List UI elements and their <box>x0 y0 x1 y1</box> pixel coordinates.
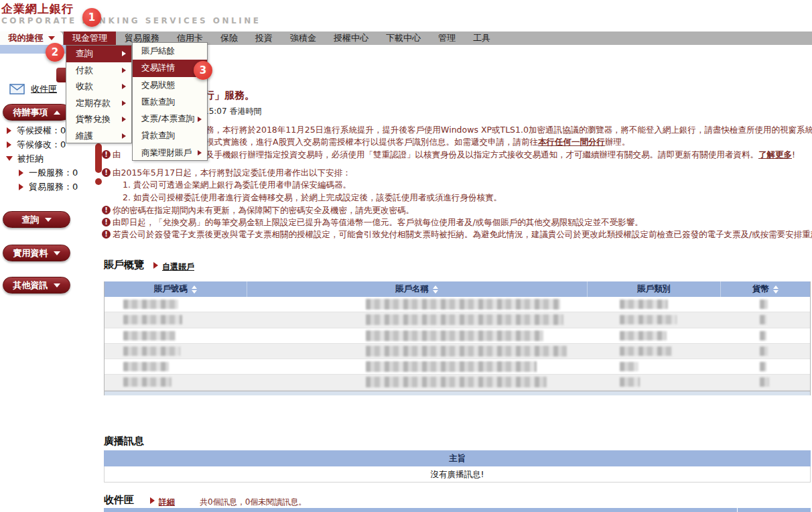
notice-text-span: 1. 貴公司可透過企業網上銀行為委託使用者申請保安編碼器。 <box>123 180 351 190</box>
corporate-banking-page: 企業網上銀行 CORPORATE BANKING SERVICES ONLINE… <box>0 0 812 512</box>
inbox-detail-link[interactable]: 詳細 <box>159 497 175 508</box>
account-row-redacted <box>105 359 810 375</box>
notice-text: 務，本行將於2018年11月25日進行系統提升，提升後客戶使用Windows X… <box>206 125 812 136</box>
menubar-item-現金管理[interactable]: 現金管理 <box>64 31 116 45</box>
menu-item-收款[interactable]: 收款 <box>66 78 131 95</box>
submenu-arrow-icon <box>122 101 126 106</box>
redacted-value <box>123 331 176 340</box>
column-header-貨幣[interactable]: 貨幣 <box>721 281 810 297</box>
inbox-table-header <box>104 508 811 512</box>
menubar-item-授權中心[interactable]: 授權中心 <box>325 31 377 45</box>
sidebar-todo-button[interactable]: 待辦事項 <box>3 104 70 121</box>
menubar-item-工具[interactable]: 工具 <box>464 31 499 45</box>
notice-text-span: 辦理。 <box>605 137 630 147</box>
menubar-item-管理[interactable]: 管理 <box>429 31 464 45</box>
account-cell-redacted <box>721 375 810 389</box>
menu-item-定期存款[interactable]: 定期存款 <box>66 95 131 112</box>
inbox-link-label: 收件匣 <box>31 83 57 95</box>
submenu-item-label: 貸款查詢 <box>141 130 175 141</box>
account-cell-redacted <box>588 344 722 359</box>
menu-item-label: 貨幣兌換 <box>76 113 111 125</box>
step-badge-1: 1 <box>82 8 101 27</box>
submenu-arrow-icon <box>122 133 126 139</box>
menu-item-付款[interactable]: 付款 <box>66 62 131 79</box>
menu-item-label: 維護 <box>76 130 93 142</box>
submenu-item-label: 支票/本票查詢 <box>141 113 194 125</box>
sort-icon[interactable] <box>773 285 779 294</box>
submenu-item-貸款查詢[interactable]: 貸款查詢 <box>133 127 207 144</box>
sidebar-other-info-button[interactable]: 其他資訊 <box>3 277 70 294</box>
brand-title-zh: 企業網上銀行 <box>1 1 74 17</box>
sidebar-inbox-link[interactable]: 收件匣 <box>9 83 57 95</box>
custom-accounts-link[interactable]: 自選賬戶 <box>162 261 194 273</box>
notice-text-span: 及手機銀行辦理指定投資交易時，必須使用「雙重認證」以核實身份及以指定方式接收交易… <box>206 149 758 159</box>
menubar-item-強積金[interactable]: 強積金 <box>281 31 325 45</box>
notice-text: 由 <box>113 149 121 161</box>
column-header-賬戶名稱[interactable]: 賬戶名稱 <box>247 281 588 297</box>
redacted-value <box>366 314 563 325</box>
redacted-value <box>760 300 768 309</box>
column-label: 賬戶號碼 <box>154 283 188 295</box>
menubar-item-投資[interactable]: 投資 <box>247 31 281 45</box>
inbox-section-title: 收件匣 <box>104 494 134 507</box>
menubar-item-下載中心[interactable]: 下載中心 <box>377 31 429 45</box>
menu-item-維護[interactable]: 維護 <box>66 128 131 145</box>
account-cell-redacted <box>105 375 247 389</box>
redacted-value <box>123 362 169 371</box>
notice-exclamation-icon: ! <box>102 206 111 214</box>
notice-exclamation-icon: ! <box>102 150 111 159</box>
account-cell-redacted <box>588 312 722 327</box>
inbox-summary: 共0個訊息，0個未閱讀訊息。 <box>200 497 306 508</box>
account-cell-redacted <box>588 359 722 374</box>
notice-text-span: 模式實施後，進行A股買入交易前需授權本行以提供客戶識別信息。如需遞交申請，請前往 <box>206 137 538 147</box>
notice-text-span: 由 <box>113 149 121 159</box>
sort-icon[interactable] <box>433 285 438 294</box>
last-login-time: 15:07 香港時間 <box>204 106 261 117</box>
submenu-item-label: 商業理財賬戶 <box>141 147 192 159</box>
redacted-value <box>123 300 178 309</box>
submenu-item-匯款查詢[interactable]: 匯款查詢 <box>133 94 207 111</box>
column-label: 賬戶名稱 <box>395 283 429 295</box>
notice-text-span: 由2015年5月17日起，本行將對設定委託使用者作出以下安排： <box>113 168 351 178</box>
redacted-value <box>366 299 560 310</box>
redacted-value <box>620 300 668 309</box>
notice-line-4: !由2015年5月17日起，本行將對設定委託使用者作出以下安排： <box>0 168 812 179</box>
useful-info-label: 實用資料 <box>13 247 48 259</box>
notice-link-本行任何一間分行[interactable]: 本行任何一間分行 <box>538 137 605 147</box>
redacted-value <box>366 361 537 372</box>
notice-text-span: 若貴公司於簽發電子支票後更改與電子支票相關的授權設定，可能會引致兌付相關支票時被… <box>113 229 812 239</box>
notice-text: 模式實施後，進行A股買入交易前需授權本行以提供客戶識別信息。如需遞交申請，請前往… <box>206 137 630 148</box>
notice-text-span: 2. 如貴公司授權委託使用者進行資金轉移交易，於網上完成設定後，該委託使用者或須… <box>123 192 502 202</box>
sort-icon[interactable] <box>192 285 197 294</box>
account-cell-redacted <box>105 359 247 374</box>
chevron-down-icon <box>48 36 55 40</box>
submenu-item-賬戶結餘[interactable]: 賬戶結餘 <box>133 43 207 60</box>
menu-item-貨幣兌換[interactable]: 貨幣兌換 <box>66 111 131 128</box>
account-table-body <box>105 297 810 391</box>
submenu-item-label: 交易狀態 <box>141 80 175 91</box>
cash-management-menu: 查詢付款收款定期存款貨幣兌換維護 <box>66 45 132 143</box>
submenu-item-label: 匯款查詢 <box>141 97 175 108</box>
notice-line-5: 1. 貴公司可透過企業網上銀行為委託使用者申請保安編碼器。 <box>0 180 812 191</box>
redacted-value <box>123 315 182 324</box>
notice-text: 由即日起，「兌換交易」的每筆交易金額上限設定已提升為等值港幣一億元。客戶就每位使… <box>113 217 643 229</box>
red-arrow-icon <box>150 497 155 504</box>
menubar-item-保險[interactable]: 保險 <box>212 31 247 45</box>
account-cell-redacted <box>721 312 810 327</box>
notice-link-了解更多[interactable]: 了解更多 <box>758 149 792 159</box>
redacted-value <box>760 362 766 371</box>
account-cell-redacted <box>247 344 588 359</box>
menu-item-查詢[interactable]: 查詢 <box>66 46 131 62</box>
submenu-item-商業理財賬戶[interactable]: 商業理財賬戶 <box>133 145 207 162</box>
chevron-down-icon <box>54 283 60 287</box>
submenu-item-交易狀態[interactable]: 交易狀態 <box>133 77 207 94</box>
submenu-arrow-icon <box>198 117 202 122</box>
account-cell-redacted <box>588 297 722 312</box>
redacted-value <box>760 346 768 356</box>
sidebar-useful-info-button[interactable]: 實用資料 <box>3 245 70 261</box>
column-header-賬戶號碼[interactable]: 賬戶號碼 <box>105 281 247 297</box>
red-arrow-icon <box>153 262 158 269</box>
account-overview-table: 賬戶號碼賬戶名稱賬戶類別貨幣 <box>104 281 811 395</box>
step-badge-3: 3 <box>194 61 212 80</box>
submenu-item-支票/本票查詢[interactable]: 支票/本票查詢 <box>133 111 207 127</box>
